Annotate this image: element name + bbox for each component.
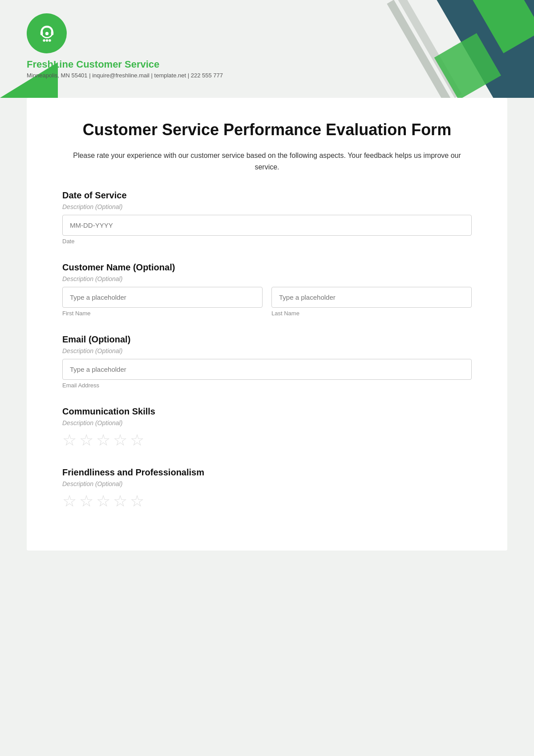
section-communication: Communication Skills Description (Option… (62, 406, 472, 450)
date-sub-label: Date (62, 238, 472, 245)
section-label-friendliness: Friendliness and Professionalism (62, 467, 472, 478)
svg-point-5 (45, 39, 48, 42)
email-input[interactable] (62, 359, 472, 380)
section-desc-name: Description (Optional) (62, 275, 472, 282)
company-info: Minneapolis, MN 55401 | inquire@freshlin… (27, 72, 507, 79)
star-f-1[interactable]: ☆ (62, 492, 77, 511)
star-f-5[interactable]: ☆ (130, 492, 144, 511)
communication-stars: ☆ ☆ ☆ ☆ ☆ (62, 431, 472, 450)
section-desc-date: Description (Optional) (62, 203, 472, 210)
first-name-label: First Name (62, 310, 263, 317)
svg-point-6 (49, 39, 51, 42)
last-name-label: Last Name (271, 310, 472, 317)
star-4[interactable]: ☆ (113, 431, 127, 450)
svg-rect-2 (51, 31, 53, 35)
last-name-input[interactable] (271, 287, 472, 308)
section-desc-friendliness: Description (Optional) (62, 480, 472, 487)
svg-rect-1 (40, 31, 43, 35)
section-date-of-service: Date of Service Description (Optional) D… (62, 190, 472, 245)
page-header: FreshLine Customer Service Minneapolis, … (0, 0, 534, 98)
section-label-date: Date of Service (62, 190, 472, 201)
svg-point-4 (43, 39, 45, 42)
form-description: Please rate your experience with our cus… (62, 150, 472, 173)
section-label-name: Customer Name (Optional) (62, 262, 472, 273)
date-input[interactable] (62, 215, 472, 236)
star-f-3[interactable]: ☆ (96, 492, 110, 511)
form-container: Customer Service Performance Evaluation … (27, 98, 507, 551)
star-1[interactable]: ☆ (62, 431, 77, 450)
section-desc-email: Description (Optional) (62, 347, 472, 354)
company-logo (27, 13, 67, 53)
form-title: Customer Service Performance Evaluation … (62, 120, 472, 139)
section-label-communication: Communication Skills (62, 406, 472, 417)
last-name-wrap: Last Name (271, 287, 472, 317)
company-name: FreshLine Customer Service (27, 59, 507, 70)
star-f-4[interactable]: ☆ (113, 492, 127, 511)
section-label-email: Email (Optional) (62, 334, 472, 345)
section-friendliness: Friendliness and Professionalism Descrip… (62, 467, 472, 511)
star-3[interactable]: ☆ (96, 431, 110, 450)
star-5[interactable]: ☆ (130, 431, 144, 450)
svg-point-3 (45, 32, 48, 35)
email-sub-label: Email Address (62, 382, 472, 389)
first-name-input[interactable] (62, 287, 263, 308)
star-f-2[interactable]: ☆ (79, 492, 93, 511)
name-fields-grid: First Name Last Name (62, 287, 472, 317)
section-customer-name: Customer Name (Optional) Description (Op… (62, 262, 472, 317)
section-desc-communication: Description (Optional) (62, 419, 472, 426)
friendliness-stars: ☆ ☆ ☆ ☆ ☆ (62, 492, 472, 511)
first-name-wrap: First Name (62, 287, 263, 317)
star-2[interactable]: ☆ (79, 431, 93, 450)
section-email: Email (Optional) Description (Optional) … (62, 334, 472, 389)
